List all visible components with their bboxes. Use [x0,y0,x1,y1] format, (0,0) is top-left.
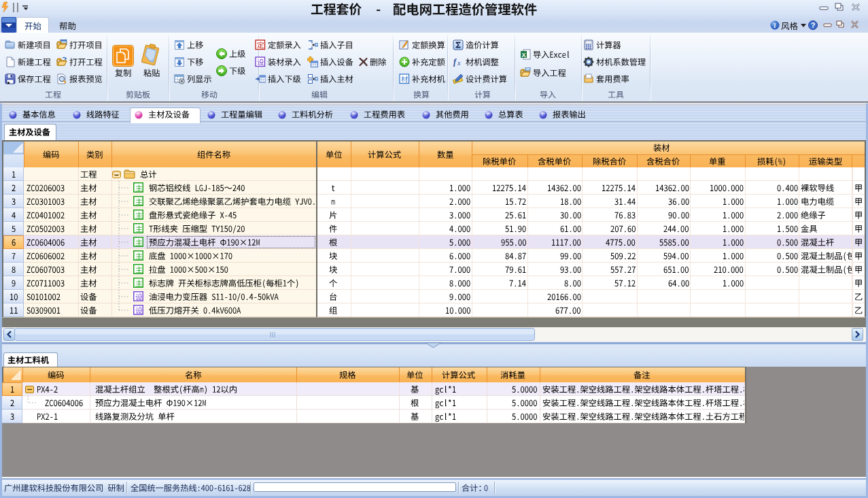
svg-text:f: f [453,57,457,67]
svg-text:x: x [457,59,461,67]
svg-text:i: i [774,22,776,29]
svg-text:X: X [521,52,525,59]
svg-text:?: ? [811,21,816,29]
